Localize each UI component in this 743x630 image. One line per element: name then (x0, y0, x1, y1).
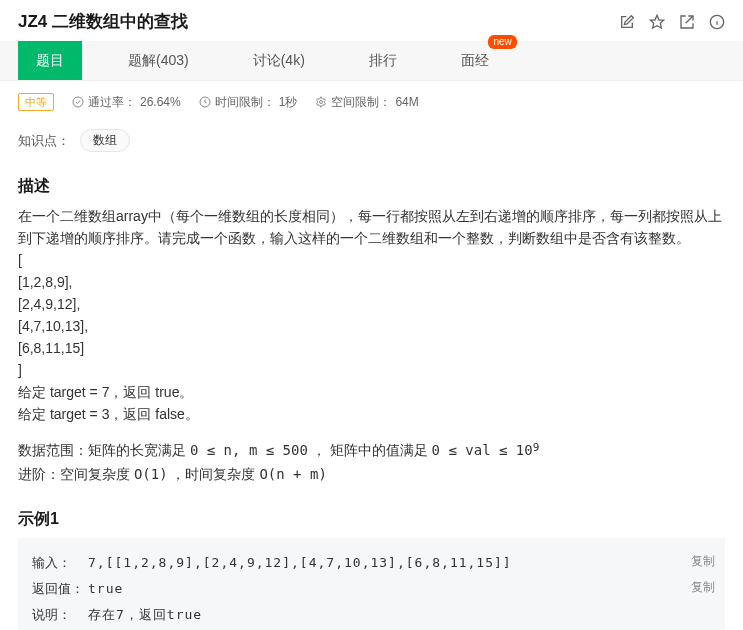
tab-problem[interactable]: 题目 (18, 41, 82, 80)
copy-input-button[interactable]: 复制 (691, 548, 715, 574)
memory-limit: 空间限制：64M (315, 94, 418, 111)
example-block: 复制 复制 输入： 7,[[1,2,8,9],[2,4,9,12],[4,7,1… (18, 538, 725, 630)
new-badge: new (488, 35, 516, 49)
example-input-label: 输入： (32, 550, 88, 576)
example-explain-value: 存在7，返回true (88, 602, 202, 628)
target-line-1: 给定 target = 7，返回 true。 (18, 381, 725, 403)
tab-bar: 题目 题解(403) 讨论(4k) 排行 面经 new (0, 41, 743, 81)
clock-icon (199, 96, 211, 108)
advanced-line: 进阶：空间复杂度 O(1) ，时间复杂度 O(n + m) (18, 463, 725, 485)
copy-return-button[interactable]: 复制 (691, 574, 715, 600)
example-return-label: 返回值： (32, 576, 88, 602)
matrix-line-4: [6,8,11,15] (18, 337, 725, 359)
example-return-value: true (88, 576, 123, 602)
kp-tag-array[interactable]: 数组 (80, 129, 130, 152)
tab-discuss[interactable]: 讨论(4k) (235, 41, 323, 80)
gear-icon (315, 96, 327, 108)
matrix-line-1: [1,2,8,9], (18, 271, 725, 293)
info-icon[interactable] (709, 14, 725, 30)
share-icon[interactable] (679, 14, 695, 30)
tab-rank[interactable]: 排行 (351, 41, 415, 80)
data-range: 数据范围：矩阵的长宽满足 0 ≤ n, m ≤ 500 ， 矩阵中的值满足 0 … (18, 439, 725, 463)
example-input-value: 7,[[1,2,8,9],[2,4,9,12],[4,7,10,13],[6,8… (88, 550, 512, 576)
description-heading: 描述 (18, 176, 725, 197)
svg-point-6 (320, 101, 323, 104)
svg-marker-0 (650, 15, 663, 28)
kp-label: 知识点： (18, 132, 70, 150)
check-icon (72, 96, 84, 108)
page-title: JZ4 二维数组中的查找 (18, 10, 188, 33)
tab-interview[interactable]: 面经 new (443, 41, 507, 80)
tab-interview-label: 面经 (461, 52, 489, 70)
header-actions (619, 14, 725, 30)
star-icon[interactable] (649, 14, 665, 30)
difficulty-tag: 中等 (18, 93, 54, 111)
matrix-line-2: [2,4,9,12], (18, 293, 725, 315)
target-line-2: 给定 target = 3，返回 false。 (18, 403, 725, 425)
example-explain-label: 说明： (32, 602, 88, 628)
example1-heading: 示例1 (18, 509, 725, 530)
meta-row: 中等 通过率：26.64% 时间限制：1秒 空间限制：64M (0, 81, 743, 123)
edit-icon[interactable] (619, 14, 635, 30)
time-limit: 时间限制：1秒 (199, 94, 298, 111)
matrix-line-3: [4,7,10,13], (18, 315, 725, 337)
tab-solutions[interactable]: 题解(403) (110, 41, 207, 80)
matrix-line-5: ] (18, 359, 725, 381)
matrix-line-0: [ (18, 249, 725, 271)
svg-point-4 (73, 97, 83, 107)
description-para: 在一个二维数组array中（每个一维数组的长度相同），每一行都按照从左到右递增的… (18, 205, 725, 249)
description-body: 在一个二维数组array中（每个一维数组的长度相同），每一行都按照从左到右递增的… (18, 205, 725, 485)
pass-rate: 通过率：26.64% (72, 94, 181, 111)
